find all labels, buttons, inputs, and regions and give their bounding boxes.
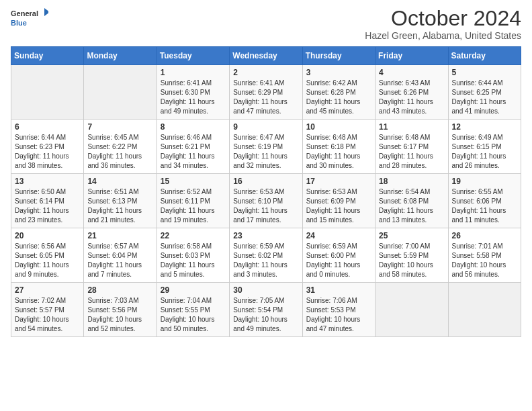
- cell-line: Sunrise: 6:41 AM: [233, 79, 298, 88]
- day-number: 20: [15, 231, 80, 240]
- cell-line: Daylight: 11 hours and 26 minutes.: [452, 152, 517, 171]
- cell-line: Sunset: 6:23 PM: [15, 142, 80, 152]
- cell-line: Sunrise: 6:54 AM: [379, 187, 444, 197]
- calendar-cell: 24Sunrise: 6:59 AMSunset: 6:00 PMDayligh…: [302, 228, 375, 283]
- calendar-cell: 20Sunrise: 6:56 AMSunset: 6:05 PMDayligh…: [11, 228, 84, 283]
- calendar-cell: 8Sunrise: 6:46 AMSunset: 6:21 PMDaylight…: [157, 120, 229, 174]
- calendar-cell: 1Sunrise: 6:41 AMSunset: 6:30 PMDaylight…: [157, 65, 229, 120]
- cell-line: Sunrise: 6:53 AM: [306, 187, 371, 197]
- cell-line: Daylight: 11 hours and 9 minutes.: [15, 261, 80, 279]
- day-number: 11: [379, 122, 444, 132]
- cell-line: Sunset: 6:29 PM: [233, 88, 298, 97]
- day-number: 25: [379, 231, 444, 240]
- cell-line: Daylight: 11 hours and 47 minutes.: [233, 97, 298, 116]
- day-number: 22: [161, 231, 226, 240]
- col-saturday: Saturday: [448, 47, 521, 65]
- day-number: 28: [87, 285, 152, 295]
- calendar-week-1: 1Sunrise: 6:41 AMSunset: 6:30 PMDaylight…: [11, 65, 521, 120]
- day-number: 24: [306, 231, 371, 240]
- cell-line: Daylight: 11 hours and 3 minutes.: [233, 261, 298, 279]
- cell-line: Sunrise: 6:50 AM: [15, 187, 80, 197]
- cell-line: Daylight: 11 hours and 21 minutes.: [87, 206, 152, 225]
- calendar-cell: 2Sunrise: 6:41 AMSunset: 6:29 PMDaylight…: [230, 65, 302, 120]
- cell-line: Sunrise: 7:05 AM: [233, 296, 298, 306]
- cell-line: Sunrise: 7:01 AM: [452, 242, 517, 251]
- calendar-cell: 29Sunrise: 7:04 AMSunset: 5:55 PMDayligh…: [157, 283, 229, 337]
- calendar-cell: 17Sunrise: 6:53 AMSunset: 6:09 PMDayligh…: [302, 174, 375, 228]
- cell-line: Sunrise: 6:44 AM: [15, 133, 80, 142]
- calendar-cell: 27Sunrise: 7:02 AMSunset: 5:57 PMDayligh…: [11, 283, 84, 337]
- cell-line: Sunrise: 6:47 AM: [233, 133, 298, 142]
- day-number: 8: [161, 122, 226, 132]
- cell-line: Daylight: 11 hours and 7 minutes.: [87, 261, 152, 279]
- calendar-cell: 6Sunrise: 6:44 AMSunset: 6:23 PMDaylight…: [11, 120, 84, 174]
- calendar-cell: 13Sunrise: 6:50 AMSunset: 6:14 PMDayligh…: [11, 174, 84, 228]
- cell-line: Daylight: 10 hours and 47 minutes.: [306, 315, 371, 334]
- calendar-cell: 9Sunrise: 6:47 AMSunset: 6:19 PMDaylight…: [230, 120, 302, 174]
- cell-line: Sunrise: 6:48 AM: [379, 133, 444, 142]
- cell-line: Daylight: 11 hours and 49 minutes.: [161, 97, 226, 116]
- cell-line: Daylight: 10 hours and 54 minutes.: [15, 315, 80, 334]
- cell-line: Sunset: 6:02 PM: [233, 251, 298, 261]
- day-number: 9: [233, 122, 298, 132]
- cell-line: Sunset: 6:28 PM: [306, 88, 371, 97]
- cell-line: Sunset: 6:06 PM: [452, 197, 517, 206]
- cell-line: Sunrise: 6:48 AM: [306, 133, 371, 142]
- cell-line: Sunset: 6:30 PM: [161, 88, 226, 97]
- cell-line: Daylight: 11 hours and 23 minutes.: [15, 206, 80, 225]
- cell-line: Daylight: 11 hours and 11 minutes.: [452, 206, 517, 225]
- cell-line: Daylight: 10 hours and 56 minutes.: [452, 261, 517, 279]
- cell-line: Daylight: 11 hours and 13 minutes.: [379, 206, 444, 225]
- cell-line: Daylight: 10 hours and 50 minutes.: [161, 315, 226, 334]
- cell-line: Daylight: 11 hours and 19 minutes.: [161, 206, 226, 225]
- cell-line: Sunset: 6:05 PM: [15, 251, 80, 261]
- calendar-cell: 14Sunrise: 6:51 AMSunset: 6:13 PMDayligh…: [84, 174, 157, 228]
- calendar-cell: [375, 283, 448, 337]
- col-monday: Monday: [84, 47, 157, 65]
- cell-line: Sunrise: 6:42 AM: [306, 79, 371, 88]
- day-number: 14: [87, 177, 152, 186]
- cell-line: Daylight: 11 hours and 34 minutes.: [161, 152, 226, 171]
- day-number: 17: [306, 177, 371, 186]
- cell-line: Sunset: 6:11 PM: [161, 197, 226, 206]
- calendar-cell: 5Sunrise: 6:44 AMSunset: 6:25 PMDaylight…: [448, 65, 521, 120]
- day-number: 4: [379, 68, 444, 77]
- cell-line: Daylight: 10 hours and 49 minutes.: [233, 315, 298, 334]
- cell-line: Daylight: 11 hours and 41 minutes.: [452, 97, 517, 116]
- cell-line: Sunset: 5:58 PM: [452, 251, 517, 261]
- cell-line: Sunset: 6:00 PM: [306, 251, 371, 261]
- cell-line: Sunset: 5:59 PM: [379, 251, 444, 261]
- calendar-cell: 25Sunrise: 7:00 AMSunset: 5:59 PMDayligh…: [375, 228, 448, 283]
- calendar-week-3: 13Sunrise: 6:50 AMSunset: 6:14 PMDayligh…: [11, 174, 521, 228]
- day-number: 3: [306, 68, 371, 77]
- calendar-cell: 31Sunrise: 7:06 AMSunset: 5:53 PMDayligh…: [302, 283, 375, 337]
- cell-line: Daylight: 11 hours and 30 minutes.: [306, 152, 371, 171]
- cell-line: Sunrise: 6:57 AM: [87, 242, 152, 251]
- cell-line: Daylight: 10 hours and 58 minutes.: [379, 261, 444, 279]
- calendar-cell: 4Sunrise: 6:43 AMSunset: 6:26 PMDaylight…: [375, 65, 448, 120]
- day-number: 29: [161, 285, 226, 295]
- day-number: 26: [452, 231, 517, 240]
- day-number: 5: [452, 68, 517, 77]
- cell-line: Sunrise: 7:06 AM: [306, 296, 371, 306]
- day-number: 13: [15, 177, 80, 186]
- svg-marker-2: [44, 8, 48, 16]
- title-block: October 2024 Hazel Green, Alabama, Unite…: [365, 7, 521, 41]
- cell-line: Sunset: 6:15 PM: [452, 142, 517, 152]
- cell-line: Sunrise: 7:02 AM: [15, 296, 80, 306]
- cell-line: Sunrise: 6:59 AM: [233, 242, 298, 251]
- col-wednesday: Wednesday: [230, 47, 302, 65]
- cell-line: Daylight: 11 hours and 32 minutes.: [233, 152, 298, 171]
- calendar-week-5: 27Sunrise: 7:02 AMSunset: 5:57 PMDayligh…: [11, 283, 521, 337]
- cell-line: Daylight: 11 hours and 43 minutes.: [379, 97, 444, 116]
- svg-text:General: General: [11, 9, 38, 17]
- day-number: 19: [452, 177, 517, 186]
- cell-line: Daylight: 11 hours and 38 minutes.: [15, 152, 80, 171]
- col-tuesday: Tuesday: [157, 47, 229, 65]
- cell-line: Sunrise: 7:04 AM: [161, 296, 226, 306]
- cell-line: Sunrise: 6:44 AM: [452, 79, 517, 88]
- calendar-cell: 3Sunrise: 6:42 AMSunset: 6:28 PMDaylight…: [302, 65, 375, 120]
- cell-line: Sunset: 6:04 PM: [87, 251, 152, 261]
- calendar-cell: 30Sunrise: 7:05 AMSunset: 5:54 PMDayligh…: [230, 283, 302, 337]
- cell-line: Daylight: 11 hours and 36 minutes.: [87, 152, 152, 171]
